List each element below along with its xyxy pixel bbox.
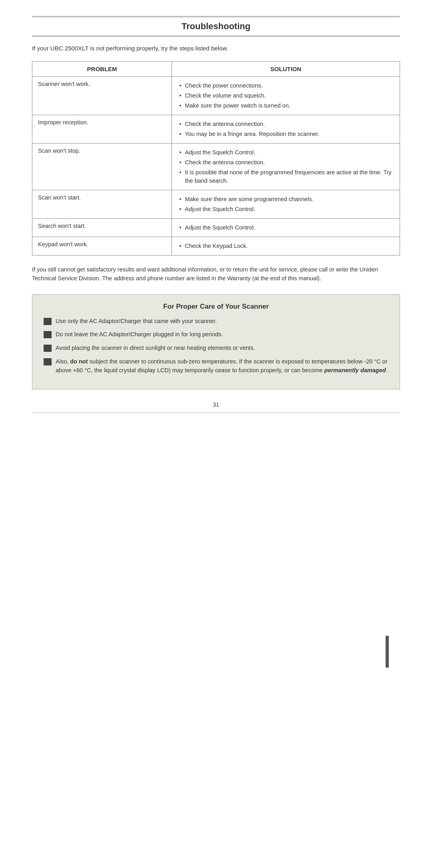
care-box: For Proper Care of Your Scanner Use only… bbox=[32, 294, 400, 390]
page-title: Troubleshooting bbox=[32, 19, 400, 34]
care-box-title: For Proper Care of Your Scanner bbox=[44, 303, 388, 311]
solution-cell-1: Check the antenna connection.You may be … bbox=[172, 115, 400, 143]
solution-cell-5: Check the Keypad Lock. bbox=[172, 237, 400, 255]
table-row: Improper reception.Check the antenna con… bbox=[32, 115, 400, 143]
solution-item: Check the Keypad Lock. bbox=[178, 241, 394, 251]
col-solution-header: SOLUTION bbox=[172, 61, 400, 76]
solution-item: Make sure there are some programmed chan… bbox=[178, 194, 394, 204]
problem-cell-1: Improper reception. bbox=[32, 115, 172, 143]
solution-item: Check the antenna connection. bbox=[178, 119, 394, 129]
care-bullet-icon bbox=[44, 318, 52, 325]
solution-cell-4: Adjust the Squelch Control. bbox=[172, 218, 400, 237]
page-wrapper: Troubleshooting If your UBC 2500XLT is n… bbox=[32, 16, 400, 413]
solution-item: Check the volume and squelch. bbox=[178, 91, 394, 101]
problem-cell-0: Scanner won't work. bbox=[32, 76, 172, 115]
solution-cell-0: Check the power connections.Check the vo… bbox=[172, 76, 400, 115]
page-bottom-rule bbox=[32, 413, 400, 413]
col-problem-header: PROBLEM bbox=[32, 61, 172, 76]
solution-item: Check the antenna connection. bbox=[178, 158, 394, 168]
solution-item: Adjust the Squelch Control. bbox=[178, 204, 394, 214]
care-item-text: Do not leave the AC Adaptor/Charger plug… bbox=[56, 330, 388, 339]
table-row: Scanner won't work.Check the power conne… bbox=[32, 76, 400, 115]
care-list-item-3: Also, do not subject the scanner to cont… bbox=[44, 357, 388, 375]
care-item-text: Also, do not subject the scanner to cont… bbox=[56, 357, 388, 375]
service-text: If you still cannot get satisfactory res… bbox=[32, 265, 400, 283]
header-rule-bottom bbox=[32, 36, 400, 37]
problem-cell-2: Scan won't stop. bbox=[32, 143, 172, 190]
care-list: Use only the AC Adaptor/Charger that cam… bbox=[44, 317, 388, 375]
problem-cell-5: Keypad won't work. bbox=[32, 237, 172, 255]
scrollbar-indicator[interactable] bbox=[386, 636, 389, 668]
care-bullet-icon bbox=[44, 331, 52, 338]
table-row: Scan won't start.Make sure there are som… bbox=[32, 190, 400, 218]
page-header: Troubleshooting bbox=[32, 16, 400, 37]
solution-item: Adjust the Squelch Control. bbox=[178, 223, 394, 233]
solution-item: Adjust the Squelch Control. bbox=[178, 148, 394, 158]
care-bullet-icon bbox=[44, 345, 52, 352]
care-bullet-icon bbox=[44, 358, 52, 365]
solution-item: You may be in a fringe area. Reposition … bbox=[178, 129, 394, 139]
solution-cell-3: Make sure there are some programmed chan… bbox=[172, 190, 400, 218]
table-header-row: PROBLEM SOLUTION bbox=[32, 61, 400, 76]
care-list-item-2: Avoid placing the scanner in direct sunl… bbox=[44, 344, 388, 353]
page-number: 31 bbox=[32, 401, 400, 408]
troubleshooting-table: PROBLEM SOLUTION Scanner won't work.Chec… bbox=[32, 61, 400, 255]
problem-cell-4: Search won't start. bbox=[32, 218, 172, 237]
solution-item: It is possible that none of the programm… bbox=[178, 168, 394, 186]
care-list-item-1: Do not leave the AC Adaptor/Charger plug… bbox=[44, 330, 388, 339]
table-row: Keypad won't work.Check the Keypad Lock. bbox=[32, 237, 400, 255]
care-item-text: Avoid placing the scanner in direct sunl… bbox=[56, 344, 388, 353]
solution-cell-2: Adjust the Squelch Control.Check the ant… bbox=[172, 143, 400, 190]
intro-text: If your UBC 2500XLT is not performing pr… bbox=[32, 44, 400, 53]
care-item-text: Use only the AC Adaptor/Charger that cam… bbox=[56, 317, 388, 326]
table-row: Scan won't stop.Adjust the Squelch Contr… bbox=[32, 143, 400, 190]
solution-item: Check the power connections. bbox=[178, 81, 394, 91]
table-row: Search won't start.Adjust the Squelch Co… bbox=[32, 218, 400, 237]
solution-item: Make sure the power switch is turned on. bbox=[178, 101, 394, 111]
problem-cell-3: Scan won't start. bbox=[32, 190, 172, 218]
care-list-item-0: Use only the AC Adaptor/Charger that cam… bbox=[44, 317, 388, 326]
header-rule-top bbox=[32, 16, 400, 17]
